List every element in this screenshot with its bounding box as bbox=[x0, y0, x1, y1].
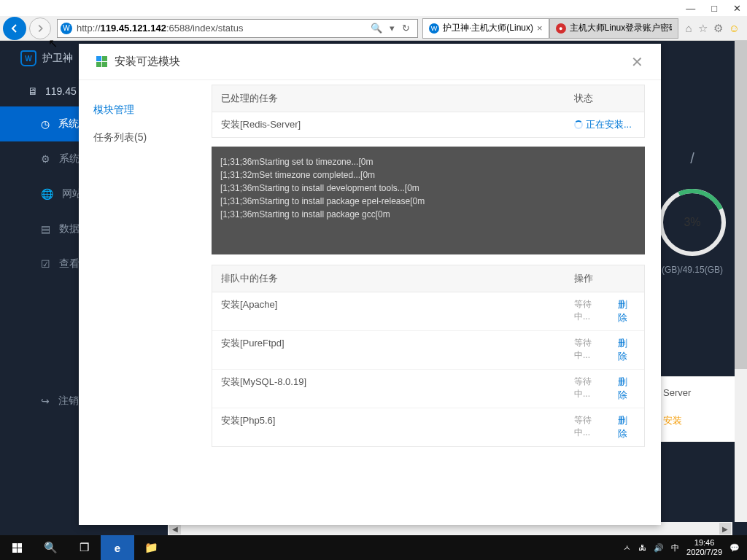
install-modal: 安装可选模块 ✕ 模块管理 任务列表(5) 已处理的任务 状态 安装[Redis… bbox=[79, 44, 661, 525]
queue-table: 排队中的任务 操作 安装[Apache] 等待中... 删除 安装[PureFt… bbox=[212, 265, 645, 447]
url-text: http://119.45.121.142:6588/index/status bbox=[77, 23, 366, 34]
col-task: 已处理的任务 bbox=[212, 85, 565, 112]
window-titlebar: — □ ✕ bbox=[0, 0, 747, 16]
task-view-button[interactable]: ❐ bbox=[67, 535, 101, 560]
dropdown-icon[interactable]: ▾ bbox=[390, 23, 395, 34]
tray-up-icon[interactable]: ㅅ bbox=[623, 542, 631, 553]
delete-link[interactable]: 删除 bbox=[609, 408, 644, 446]
explorer-button[interactable]: 📁 bbox=[134, 535, 168, 560]
address-bar[interactable]: W http://119.45.121.142:6588/index/statu… bbox=[57, 19, 418, 38]
forward-button[interactable] bbox=[29, 18, 51, 39]
task-list-item[interactable]: 任务列表(5) bbox=[79, 124, 207, 152]
gauge-circle: 3% bbox=[659, 189, 726, 256]
modal-sidebar: 模块管理 任务列表(5) bbox=[79, 80, 207, 525]
tab-inactive[interactable]: ● 主机大师Linux登录账户密码... bbox=[549, 18, 678, 39]
clock[interactable]: 19:462020/7/29 bbox=[686, 538, 722, 557]
volume-icon[interactable]: 🔊 bbox=[654, 543, 664, 553]
col-action: 操作 bbox=[565, 265, 644, 292]
col-status: 状态 bbox=[565, 85, 644, 112]
table-row: 安装[MySQL-8.0.19] 等待中... 删除 bbox=[212, 370, 644, 408]
delete-link[interactable]: 删除 bbox=[609, 331, 644, 369]
delete-link[interactable]: 删除 bbox=[609, 370, 644, 408]
table-row: 安装[Redis-Server] 正在安装... bbox=[212, 112, 644, 137]
modal-content: 已处理的任务 状态 安装[Redis-Server] 正在安装... [1;31… bbox=[207, 80, 661, 525]
table-row: 安装[Apache] 等待中... 删除 bbox=[212, 292, 644, 331]
col-queue: 排队中的任务 bbox=[212, 265, 565, 292]
minimize-button[interactable]: — bbox=[686, 3, 695, 14]
browser-toolbar: W http://119.45.121.142:6588/index/statu… bbox=[0, 16, 747, 41]
favorites-icon[interactable]: ☆ bbox=[698, 22, 708, 35]
close-button[interactable]: ✕ bbox=[733, 3, 741, 14]
table-row: 安装[Php5.6] 等待中... 删除 bbox=[212, 408, 644, 446]
ie-button[interactable]: e bbox=[101, 535, 134, 560]
module-manage-link[interactable]: 模块管理 bbox=[79, 96, 207, 124]
delete-link[interactable]: 删除 bbox=[609, 292, 644, 330]
tab-favicon: W bbox=[429, 23, 439, 34]
installing-status: 正在安装... bbox=[565, 112, 644, 137]
install-link[interactable]: 安装 bbox=[663, 414, 729, 427]
network-icon[interactable]: 🖧 bbox=[638, 543, 646, 552]
spinner-icon bbox=[574, 120, 583, 129]
browser-tabs: W 护卫神·主机大师(Linux) × ● 主机大师Linux登录账户密码... bbox=[422, 18, 678, 39]
search-icon[interactable]: 🔍 bbox=[371, 23, 382, 34]
smile-icon[interactable]: ☺ bbox=[729, 22, 740, 35]
logo-icon: W bbox=[20, 50, 36, 66]
tab-close-icon[interactable]: × bbox=[537, 23, 543, 34]
table-row: 安装[PureFtpd] 等待中... 删除 bbox=[212, 331, 644, 370]
vertical-scrollbar[interactable] bbox=[735, 41, 747, 522]
terminal-output: [1;31;36mStarting set to timezone...[0m … bbox=[212, 147, 645, 254]
maximize-button[interactable]: □ bbox=[711, 3, 717, 14]
modal-close-button[interactable]: ✕ bbox=[631, 53, 643, 71]
server-card: Server 安装 bbox=[652, 376, 740, 442]
start-button[interactable] bbox=[0, 535, 34, 560]
refresh-icon[interactable]: ↻ bbox=[402, 23, 410, 34]
notification-icon[interactable]: 💬 bbox=[729, 543, 740, 553]
modal-header: 安装可选模块 ✕ bbox=[79, 44, 661, 80]
scroll-right-icon[interactable]: ▶ bbox=[719, 523, 731, 534]
tab-favicon: ● bbox=[556, 23, 566, 34]
home-icon[interactable]: ⌂ bbox=[686, 22, 692, 35]
processed-table: 已处理的任务 状态 安装[Redis-Server] 正在安装... bbox=[212, 85, 645, 138]
search-button[interactable]: 🔍 bbox=[34, 535, 67, 560]
ime-icon[interactable]: 中 bbox=[671, 542, 679, 553]
site-icon: W bbox=[61, 23, 72, 34]
back-button[interactable] bbox=[3, 17, 26, 40]
tab-active[interactable]: W 护卫神·主机大师(Linux) × bbox=[422, 18, 549, 39]
monitor-icon: 🖥 bbox=[28, 85, 38, 97]
modules-icon bbox=[96, 56, 107, 67]
windows-taskbar: 🔍 ❐ e 📁 ㅅ 🖧 🔊 中 19:462020/7/29 💬 bbox=[0, 535, 747, 560]
settings-icon[interactable]: ⚙ bbox=[713, 22, 723, 35]
